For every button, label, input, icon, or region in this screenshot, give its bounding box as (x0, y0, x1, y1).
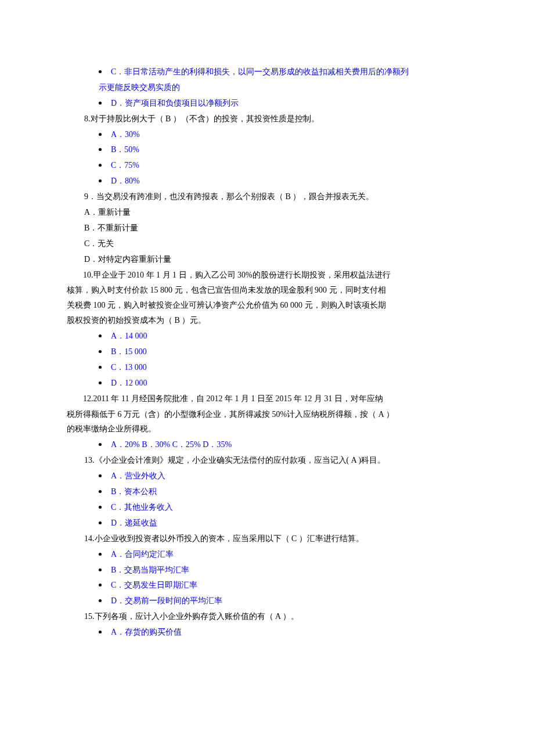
q13-text: 13.《小企业会计准则》规定，小企业确实无法偿付的应付款项，应当记入( A )科… (67, 453, 470, 468)
q14-option-d: D．交易前一段时间的平均汇率 (67, 593, 470, 609)
q7-option-c-cont: 示更能反映交易实质的 (67, 80, 470, 95)
bullet-icon (99, 506, 102, 509)
option-text: A．营业外收入 (111, 469, 165, 484)
bullet-icon (99, 584, 102, 586)
q9-option-a: A．重新计量 (67, 205, 470, 220)
q15-option-a: A．存货的购买价值 (67, 625, 470, 640)
option-text: C．13 000 (111, 360, 147, 375)
q10-line3: 关税费 100 元，购入时被投资企业可辨认净资产公允价值为 60 000 元，则… (67, 298, 470, 313)
bullet-icon (99, 381, 102, 384)
q7-option-d: D．资产项目和负债项目以净额列示 (67, 96, 470, 111)
q8-text: 8.对于持股比例大于（ B ）（不含）的投资，其投资性质是控制。 (67, 111, 470, 127)
q8-option-d: D．80% (67, 174, 470, 189)
option-text: A．30% (111, 127, 140, 142)
option-text: D．80% (111, 174, 140, 189)
bullet-icon (99, 334, 102, 337)
option-text: B．15 000 (111, 344, 147, 359)
option-text: A．存货的购买价值 (111, 625, 182, 640)
bullet-icon (99, 102, 102, 105)
option-text: D．递延收益 (111, 516, 157, 531)
q9-option-b: B．不重新计量 (67, 221, 470, 236)
q14-option-a: A．合同约定汇率 (67, 547, 470, 562)
bullet-icon (99, 148, 102, 151)
q14-option-b: B．交易当期平均汇率 (67, 563, 470, 578)
bullet-icon (99, 443, 102, 446)
bullet-icon (99, 599, 102, 602)
option-text: D．12 000 (111, 376, 147, 391)
option-text: A．14 000 (111, 329, 147, 344)
option-text: C．非日常活动产生的利得和损失，以同一交易形成的收益扣减相关费用后的净额列 (111, 64, 409, 80)
q13-option-d: D．递延收益 (67, 516, 470, 531)
q14-text: 14.小企业收到投资者以外币投入的资本，应当采用以下（ C ）汇率进行结算。 (67, 531, 470, 546)
q13-option-b: B．资本公积 (67, 484, 470, 499)
bullet-icon (99, 164, 102, 167)
option-text: D．资产项目和负债项目以净额列示 (111, 96, 239, 111)
bullet-icon (99, 568, 102, 571)
bullet-icon (99, 521, 102, 524)
q10-line1: 10.甲企业于 2010 年 1 月 1 日，购入乙公司 30%的股份进行长期投… (67, 268, 470, 283)
q9-option-c: C．无关 (67, 236, 470, 251)
bullet-icon (99, 133, 102, 136)
q15-text: 15.下列各项，应计入小企业外购存货入账价值的有（ A ）。 (67, 609, 470, 624)
q12-line3: 的税率缴纳企业所得税。 (67, 422, 470, 437)
q8-option-a: A．30% (67, 127, 470, 142)
option-text: C．交易发生日即期汇率 (111, 578, 197, 593)
q8-option-c: C．75% (67, 158, 470, 173)
q9-option-d: D．对特定内容重新计量 (67, 252, 470, 267)
bullet-icon (99, 179, 102, 182)
q10-option-a: A．14 000 (67, 329, 470, 344)
q10-option-b: B．15 000 (67, 344, 470, 359)
bullet-icon (99, 366, 102, 369)
bullet-icon (99, 70, 102, 73)
q7-option-c: C．非日常活动产生的利得和损失，以同一交易形成的收益扣减相关费用后的净额列 (67, 64, 470, 80)
q10-line2: 核算，购入时支付价款 15 800 元，包含已宣告但尚未发放的现金股利 900 … (67, 283, 470, 298)
q12-line1: 12.2011 年 11 月经国务院批准，自 2012 年 1 月 1 日至 2… (67, 391, 470, 406)
bullet-icon (99, 631, 102, 633)
bullet-icon (99, 474, 102, 477)
q10-option-d: D．12 000 (67, 376, 470, 391)
option-text: B．50% (111, 142, 139, 157)
option-text: B．交易当期平均汇率 (111, 563, 189, 578)
q12-options: A．20% B．30% C．25% D．35% (67, 437, 470, 452)
bullet-icon (99, 350, 102, 353)
option-text: C．75% (111, 158, 139, 173)
q10-option-c: C．13 000 (67, 360, 470, 375)
option-text: A．合同约定汇率 (111, 547, 174, 562)
q14-option-c: C．交易发生日即期汇率 (67, 578, 470, 593)
bullet-icon (99, 490, 102, 493)
option-text: C．其他业务收入 (111, 500, 173, 515)
bullet-icon (99, 553, 102, 556)
q9-text: 9．当交易没有跨准则，也没有跨报表，那么个别报表（ B ），跟合并报表无关。 (67, 189, 470, 204)
option-text: D．交易前一段时间的平均汇率 (111, 593, 222, 609)
q13-option-a: A．营业外收入 (67, 469, 470, 484)
q10-line4: 股权投资的初始投资成本为（ B ）元。 (67, 313, 470, 328)
q13-option-c: C．其他业务收入 (67, 500, 470, 515)
option-text: B．资本公积 (111, 484, 157, 499)
q12-line2: 税所得额低于 6 万元（含）的小型微利企业，其所得减按 50%计入应纳税所得额，… (67, 407, 470, 422)
q8-option-b: B．50% (67, 142, 470, 157)
option-text: A．20% B．30% C．25% D．35% (111, 437, 232, 452)
